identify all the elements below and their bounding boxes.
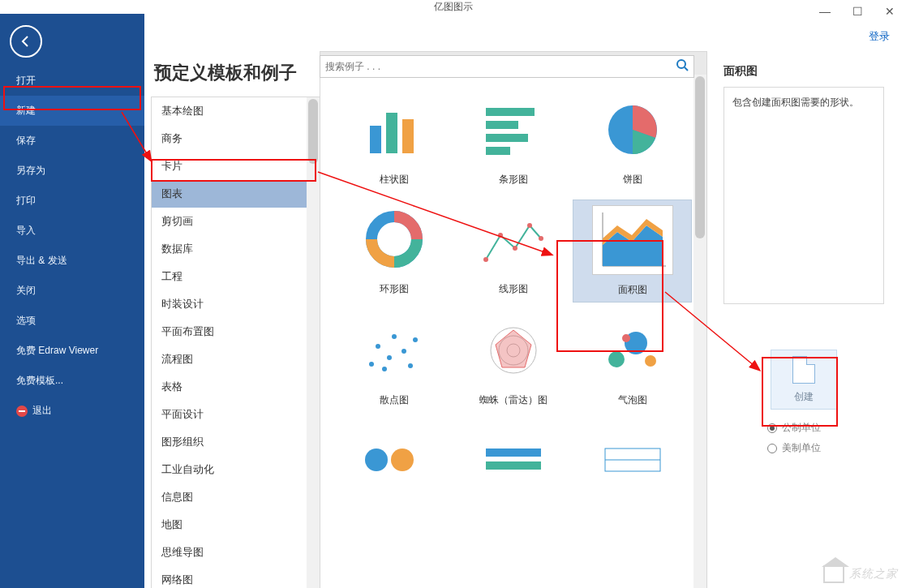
svg-line-41 bbox=[685, 67, 688, 71]
units-radio-group: 公制单位 美制单位 bbox=[767, 421, 884, 461]
arrow-left-icon bbox=[19, 34, 33, 49]
create-button[interactable]: 创建 bbox=[771, 350, 837, 410]
template-line[interactable]: 线形图 bbox=[454, 200, 573, 303]
back-button[interactable] bbox=[10, 25, 42, 58]
template-label: 面积图 bbox=[618, 283, 647, 297]
sidebar-item-11[interactable]: 退出 bbox=[0, 396, 144, 426]
sidebar-item-label: 另存为 bbox=[16, 165, 45, 176]
category-item[interactable]: 平面布置图 bbox=[152, 318, 320, 346]
template-misc2[interactable] bbox=[454, 420, 573, 508]
template-pie[interactable]: 饼图 bbox=[573, 90, 692, 191]
template-radar[interactable]: 蜘蛛（雷达）图 bbox=[454, 311, 573, 412]
template-bubble[interactable]: 气泡图 bbox=[573, 311, 692, 412]
svg-rect-0 bbox=[370, 126, 381, 153]
template-bar[interactable]: 条形图 bbox=[454, 90, 573, 191]
sidebar-item-9[interactable]: 免费 Edraw Viewer bbox=[0, 336, 144, 366]
sidebar-item-7[interactable]: 关闭 bbox=[0, 276, 144, 306]
sidebar-item-label: 选项 bbox=[16, 315, 36, 326]
svg-point-11 bbox=[513, 246, 517, 251]
line-icon bbox=[473, 204, 554, 274]
template-label: 饼图 bbox=[623, 173, 642, 187]
search-input[interactable] bbox=[325, 61, 676, 72]
exit-icon bbox=[16, 406, 28, 417]
template-scatter[interactable]: 散点图 bbox=[335, 311, 454, 412]
svg-rect-1 bbox=[386, 113, 397, 153]
category-item[interactable]: 思维导图 bbox=[152, 539, 320, 566]
svg-point-19 bbox=[376, 344, 380, 349]
category-scrollbar[interactable] bbox=[307, 97, 320, 588]
sidebar-item-label: 免费模板... bbox=[16, 375, 63, 386]
svg-point-25 bbox=[382, 367, 387, 371]
units-metric-radio[interactable]: 公制单位 bbox=[767, 421, 884, 435]
category-item[interactable]: 卡片 bbox=[152, 152, 320, 180]
sidebar-item-0[interactable]: 打开 bbox=[0, 66, 144, 96]
sidebar-item-3[interactable]: 另存为 bbox=[0, 156, 144, 186]
page-title: 预定义模板和例子 bbox=[154, 61, 320, 85]
search-input-wrap[interactable] bbox=[320, 55, 694, 78]
template-label: 蜘蛛（雷达）图 bbox=[479, 393, 547, 407]
template-misc1[interactable] bbox=[335, 420, 454, 508]
svg-rect-5 bbox=[486, 134, 528, 142]
area-icon bbox=[592, 205, 673, 275]
sidebar-item-8[interactable]: 选项 bbox=[0, 306, 144, 336]
category-item[interactable]: 工业自动化 bbox=[152, 456, 320, 483]
category-item[interactable]: 网络图 bbox=[152, 566, 320, 588]
sidebar-item-2[interactable]: 保存 bbox=[0, 126, 144, 156]
template-label: 散点图 bbox=[380, 393, 409, 407]
close-button[interactable]: ✕ bbox=[874, 0, 906, 23]
maximize-button[interactable]: ☐ bbox=[841, 0, 874, 23]
donut-icon bbox=[354, 204, 435, 274]
category-item[interactable]: 数据库 bbox=[152, 235, 320, 263]
template-area[interactable]: 面积图 bbox=[573, 200, 692, 303]
svg-rect-2 bbox=[402, 119, 414, 153]
house-icon bbox=[823, 565, 844, 583]
bar-icon bbox=[473, 95, 554, 165]
template-label: 柱状图 bbox=[380, 173, 409, 187]
sidebar-item-label: 新建 bbox=[16, 105, 36, 116]
templates-panel: 模板 柱状图条形图饼图环形图线形图面积图散点图蜘蛛（雷达）图气泡图 bbox=[320, 51, 707, 588]
category-item[interactable]: 时装设计 bbox=[152, 290, 320, 318]
page-icon bbox=[792, 356, 815, 384]
svg-marker-29 bbox=[496, 330, 531, 367]
svg-point-18 bbox=[369, 362, 374, 367]
sidebar-item-1[interactable]: 新建 bbox=[0, 96, 144, 126]
category-item[interactable]: 地图 bbox=[152, 511, 320, 539]
sidebar-item-10[interactable]: 免费模板... bbox=[0, 366, 144, 396]
units-imperial-label: 美制单位 bbox=[782, 441, 821, 455]
title-bar: 亿图图示 — ☐ ✕ bbox=[0, 0, 906, 14]
svg-point-10 bbox=[498, 233, 503, 238]
svg-rect-4 bbox=[486, 121, 518, 129]
svg-rect-6 bbox=[486, 147, 510, 155]
svg-rect-37 bbox=[486, 461, 541, 470]
category-item[interactable]: 平面设计 bbox=[152, 401, 320, 428]
radar-icon bbox=[473, 315, 554, 385]
category-item[interactable]: 剪切画 bbox=[152, 208, 320, 235]
category-item[interactable]: 信息图 bbox=[152, 483, 320, 511]
category-item[interactable]: 工程 bbox=[152, 263, 320, 290]
category-item[interactable]: 图形组织 bbox=[152, 428, 320, 456]
sidebar-item-5[interactable]: 导入 bbox=[0, 216, 144, 246]
pie-icon bbox=[592, 95, 673, 165]
template-label: 环形图 bbox=[380, 282, 409, 296]
category-item[interactable]: 商务 bbox=[152, 125, 320, 152]
app-title: 亿图图示 bbox=[434, 0, 473, 14]
template-column[interactable]: 柱状图 bbox=[335, 90, 454, 191]
radio-dot-icon bbox=[767, 423, 777, 433]
search-icon[interactable] bbox=[676, 58, 689, 75]
template-label: 条形图 bbox=[499, 173, 528, 187]
template-donut[interactable]: 环形图 bbox=[335, 200, 454, 303]
sidebar-item-4[interactable]: 打印 bbox=[0, 186, 144, 216]
svg-point-24 bbox=[413, 337, 418, 342]
templates-scrollbar[interactable] bbox=[693, 75, 706, 588]
info-title: 面积图 bbox=[724, 64, 884, 79]
login-link[interactable]: 登录 bbox=[869, 29, 890, 44]
category-item[interactable]: 图表 bbox=[152, 180, 320, 208]
category-item[interactable]: 流程图 bbox=[152, 346, 320, 373]
category-item[interactable]: 表格 bbox=[152, 373, 320, 401]
minimize-button[interactable]: — bbox=[809, 0, 841, 23]
category-item[interactable]: 基本绘图 bbox=[152, 97, 320, 125]
sidebar-item-6[interactable]: 导出 & 发送 bbox=[0, 246, 144, 276]
template-misc3[interactable] bbox=[573, 420, 692, 508]
column-icon bbox=[354, 95, 435, 165]
units-imperial-radio[interactable]: 美制单位 bbox=[767, 441, 884, 455]
